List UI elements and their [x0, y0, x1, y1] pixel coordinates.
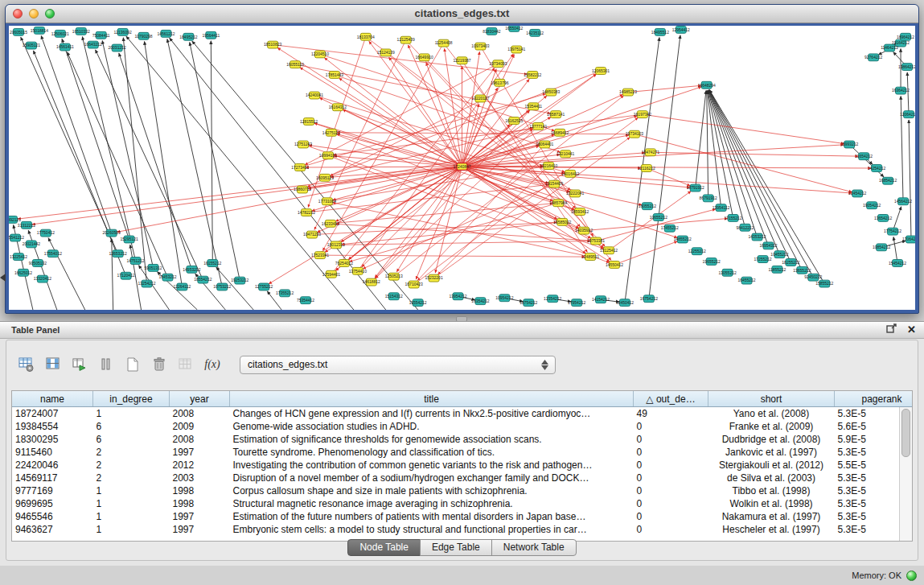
network-node[interactable]: 18133704 [357, 33, 375, 40]
table-row[interactable]: 969969511998Structural magnetic resonanc… [12, 497, 913, 510]
network-node[interactable]: 10973403 [471, 43, 489, 50]
network-node[interactable]: 19734103 [626, 130, 643, 138]
network-node[interactable]: 16587141 [547, 111, 565, 118]
network-node[interactable]: 14561411 [56, 43, 74, 51]
network-node[interactable]: 31312212 [18, 221, 35, 229]
network-node[interactable]: 16055110 [286, 61, 304, 68]
network-node[interactable]: 19253212 [231, 277, 248, 284]
network-node[interactable]: 19613796 [491, 79, 508, 86]
network-node[interactable]: 17355212 [276, 290, 294, 297]
network-node[interactable]: 13320412 [34, 275, 51, 282]
network-node[interactable]: 19564411 [202, 31, 220, 39]
network-node[interactable]: 12755212 [255, 283, 273, 290]
network-node[interactable]: 18495212 [179, 33, 197, 40]
network-node[interactable]: 12954412 [672, 26, 690, 33]
network-node[interactable]: 10655212 [650, 214, 667, 221]
network-node[interactable]: 17731004 [318, 198, 336, 205]
network-node[interactable]: 13954212 [449, 293, 466, 300]
network-node[interactable]: 14782212 [298, 209, 315, 216]
network-node[interactable]: 12125439 [397, 36, 415, 43]
float-panel-icon[interactable] [886, 322, 897, 338]
network-node[interactable]: 20605015 [10, 28, 27, 35]
network-node[interactable]: 12505213 [385, 273, 403, 280]
network-node[interactable]: 13216410 [540, 163, 557, 170]
column-header[interactable]: △ out_de… [634, 391, 708, 407]
network-node[interactable]: 90505132 [29, 260, 47, 267]
network-node[interactable]: 14235112 [526, 29, 544, 36]
panel-collapse-arrow[interactable] [0, 274, 6, 282]
network-node[interactable]: 11464212 [881, 44, 898, 51]
network-node[interactable]: 15541212 [9, 234, 24, 241]
tab-node-table[interactable]: Node Table [347, 539, 421, 556]
network-node[interactable]: 10790298 [134, 32, 152, 39]
network-node[interactable]: 13954112 [713, 204, 730, 212]
table-scrollbar[interactable] [899, 407, 912, 541]
network-node[interactable]: 17554012 [44, 250, 62, 257]
network-node[interactable]: 18495512 [651, 28, 669, 35]
network-node[interactable]: 12506021 [51, 30, 69, 37]
network-node[interactable]: 20260503 [103, 229, 121, 237]
network-node[interactable]: 10954212 [495, 295, 513, 302]
network-node[interactable]: 11855212 [769, 266, 786, 273]
network-node[interactable]: 14154212 [592, 296, 610, 303]
network-node[interactable]: 12255212 [688, 248, 706, 255]
table-row[interactable]: 1456911722003Disruption of a novel membe… [12, 472, 913, 484]
network-node[interactable]: 17120412 [117, 272, 135, 279]
network-node[interactable]: 17594401 [322, 270, 340, 278]
table-row[interactable]: 1830029562008Estimation of significance … [12, 433, 913, 446]
network-node[interactable]: 15454212 [889, 260, 906, 267]
network-node[interactable]: 14564212 [894, 198, 912, 205]
network-node[interactable]: 10455212 [770, 251, 788, 258]
table-row[interactable]: 1872400712008Changes of HCN gene express… [12, 407, 913, 421]
network-node[interactable]: 17750412 [37, 229, 55, 237]
network-node[interactable]: 17455212 [661, 225, 679, 232]
network-node[interactable]: 14240041 [306, 92, 323, 99]
select-columns-icon[interactable] [43, 354, 64, 375]
network-node[interactable]: 18593412 [571, 208, 589, 216]
network-node[interactable]: 86791912 [700, 195, 717, 202]
network-node[interactable]: 12064212 [900, 111, 915, 118]
network-node[interactable]: 15855212 [815, 280, 833, 287]
minimize-button[interactable] [29, 9, 39, 19]
network-node[interactable]: 75354412 [297, 297, 314, 304]
network-node[interactable]: 16364212 [892, 87, 910, 94]
network-node[interactable]: 18255212 [782, 259, 799, 266]
network-node[interactable]: 15295121 [121, 236, 138, 243]
network-node[interactable]: 92764212 [864, 54, 882, 61]
network-node[interactable]: 16649910 [416, 54, 433, 61]
network-node[interactable]: 14561212 [157, 30, 175, 37]
network-node[interactable]: 16162515 [505, 117, 523, 125]
network-node[interactable]: 13754410 [349, 267, 367, 274]
network-node[interactable]: 16455212 [737, 277, 755, 284]
network-node[interactable]: 12489511 [581, 253, 599, 261]
network-node[interactable]: 15905121 [23, 42, 40, 49]
network-node[interactable]: 14751212 [127, 257, 145, 265]
network-node[interactable]: 16710423 [405, 281, 423, 288]
network-node[interactable]: 16550412 [505, 26, 523, 31]
import-table-icon[interactable] [69, 354, 90, 375]
network-node[interactable]: 14857984 [549, 200, 567, 207]
network-node[interactable]: 18510823 [264, 41, 281, 48]
new-document-icon[interactable] [122, 354, 143, 375]
table-row[interactable]: 2242004622012Investigating the contribut… [12, 459, 913, 472]
network-node[interactable]: 98412212 [737, 224, 754, 231]
column-header[interactable]: pagerank [835, 391, 914, 407]
network-node[interactable]: 81830442 [483, 27, 500, 35]
network-node[interactable]: 17851443 [326, 72, 343, 79]
network-node[interactable]: 16754212 [640, 295, 658, 303]
window-titlebar[interactable]: citations_edges.txt [6, 5, 918, 23]
network-node[interactable]: 12219387 [453, 57, 470, 64]
network-node[interactable]: 13655212 [793, 266, 811, 274]
network-node[interactable]: 16155212 [203, 260, 221, 267]
network-node[interactable]: 16055212 [639, 203, 656, 210]
network-node[interactable]: 17523341 [311, 252, 329, 259]
network-node[interactable]: 59051312 [144, 264, 162, 271]
network-node[interactable]: 12815512 [300, 118, 318, 126]
column-header[interactable]: in_degree [93, 391, 170, 407]
close-panel-icon[interactable]: ✕ [907, 323, 916, 336]
network-node[interactable]: 16095123 [316, 174, 334, 181]
trash-icon[interactable] [149, 354, 170, 375]
network-node[interactable]: 15993212 [840, 141, 858, 148]
network-node[interactable]: 16510332 [72, 27, 90, 35]
network-node[interactable]: 92450212 [804, 274, 822, 281]
